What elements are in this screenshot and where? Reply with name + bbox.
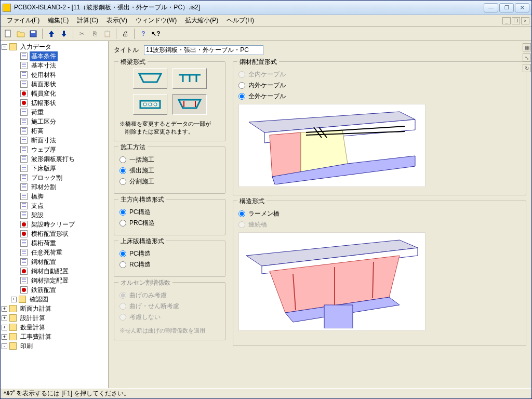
tree-item[interactable]: 横桁配置形状 [2, 229, 107, 238]
steel-radio[interactable] [238, 82, 245, 89]
disabled-icon [20, 286, 28, 294]
shape-tee-button[interactable] [172, 68, 207, 89]
toolbar: ✂ ⎘ 📋 🖨 ? ↖? [1, 26, 531, 41]
tree-item[interactable]: 部材分割 [2, 182, 107, 192]
menu-help[interactable]: ヘルプ(H) [222, 15, 258, 26]
tree-folder[interactable]: +工事費計算 [2, 332, 107, 341]
refresh-button[interactable]: ↻ [523, 64, 531, 72]
expand-icon[interactable]: + [2, 325, 7, 330]
mdi-restore-button[interactable]: ❐ [512, 17, 520, 24]
tree-item-label: 鋼材自動配置 [30, 267, 70, 276]
minimize-button[interactable]: — [484, 3, 498, 12]
tree-item[interactable]: 基本寸法 [2, 61, 107, 70]
mdi-minimize-button[interactable]: _ [502, 17, 511, 24]
save-button[interactable] [28, 28, 39, 39]
title-input[interactable] [144, 45, 263, 55]
maximize-button[interactable]: ❐ [499, 3, 514, 12]
menu-window[interactable]: ウィンドウ(W) [131, 15, 181, 26]
shape-box-button[interactable] [133, 68, 167, 89]
construction-radio[interactable] [119, 178, 126, 185]
mdi-close-button[interactable]: × [521, 17, 529, 24]
folder-icon [9, 333, 17, 340]
expand-icon[interactable]: + [2, 306, 7, 312]
tree-item[interactable]: 橋脚 [2, 192, 107, 201]
cut-button[interactable]: ✂ [76, 28, 88, 39]
tree-folder[interactable]: +断面力計算 [2, 304, 107, 313]
grid-snap-button[interactable]: ▦ [523, 43, 531, 51]
tree-item-label: 施工区分 [30, 117, 58, 127]
menu-calc[interactable]: 計算(C) [73, 15, 102, 26]
tree-item[interactable]: 架設 [2, 210, 107, 220]
expand-icon[interactable]: + [11, 297, 17, 302]
mainstruct-radio[interactable] [119, 209, 126, 216]
tree-item[interactable]: 鋼材自動配置 [2, 267, 107, 276]
construction-radio[interactable] [119, 156, 126, 163]
up-arrow-button[interactable] [46, 28, 57, 39]
tree-item[interactable]: 支点 [2, 201, 107, 210]
menu-zoom[interactable]: 拡大縮小(P) [181, 15, 222, 26]
tree-item-label: 橋面形状 [30, 79, 58, 89]
open-button[interactable] [15, 28, 26, 39]
tree-item[interactable]: 橋面形状 [2, 79, 107, 89]
construction-radio[interactable] [119, 167, 126, 174]
paste-button[interactable]: 📋 [101, 28, 113, 39]
tree-folder-label: 数量計算 [19, 323, 47, 332]
tree-item[interactable]: 拡幅形状 [2, 98, 107, 108]
print-button[interactable]: 🖨 [119, 28, 131, 39]
tree-item[interactable]: 任意死荷重 [2, 248, 107, 257]
tree-folder[interactable]: -印刷 [2, 341, 107, 351]
steel-label: 全外ケーブル [248, 92, 286, 101]
tree-root[interactable]: − 入力データ [2, 42, 107, 51]
tree-item[interactable]: 桁高 [2, 126, 107, 136]
shape-corrugated-button[interactable] [172, 94, 207, 115]
tree-item-label: 横桁配置形状 [30, 229, 70, 239]
expand-icon[interactable]: - [2, 343, 7, 349]
steel-radio[interactable] [238, 93, 245, 100]
right-toolbar: ▦ ⤡ ↻ [522, 41, 531, 72]
tree-item[interactable]: 幅員変化 [2, 89, 107, 98]
expand-button[interactable]: ⤡ [523, 54, 531, 62]
tree-panel[interactable]: − 入力データ 基本条件基本寸法使用材料橋面形状幅員変化拡幅形状荷重施工区分桁高… [1, 41, 109, 388]
svg-marker-11 [270, 132, 301, 177]
copy-button[interactable]: ⎘ [89, 28, 100, 39]
menubar: ファイル(F) 編集(E) 計算(C) 表示(V) ウィンドウ(W) 拡大縮小(… [1, 15, 531, 26]
menu-view[interactable]: 表示(V) [102, 15, 131, 26]
expand-icon[interactable]: + [2, 315, 7, 321]
form-panel: タイトル 橋梁形式 ※橋種を変更するとデータの一部が 削除または変更されます。 [109, 41, 531, 388]
down-arrow-button[interactable] [58, 28, 70, 39]
tree-item[interactable]: 鉄筋配置 [2, 285, 107, 295]
bridge-type-note: ※橋種を変更するとデータの一部が 削除または変更されます。 [119, 120, 220, 136]
upperstruct-radio[interactable] [119, 261, 126, 268]
tree-item[interactable]: 荷重 [2, 108, 107, 117]
tree-item[interactable]: ブロック割 [2, 173, 107, 182]
tree-item[interactable]: ウェブ厚 [2, 145, 107, 154]
tree-item[interactable]: 鋼材指定配置 [2, 276, 107, 285]
tree-item[interactable]: 架設時クリープ [2, 220, 107, 229]
expand-icon[interactable]: + [2, 334, 7, 340]
tree-item[interactable]: 下床版厚 [2, 164, 107, 173]
expand-icon[interactable]: − [2, 44, 7, 50]
new-button[interactable] [3, 28, 14, 39]
close-button[interactable]: ✕ [515, 3, 529, 12]
tree-item[interactable]: 波形鋼板裏打ち [2, 154, 107, 164]
tree-item-label: 拡幅形状 [30, 98, 58, 108]
tree-item[interactable]: 施工区分 [2, 117, 107, 126]
menu-file[interactable]: ファイル(F) [3, 15, 44, 26]
tree-item[interactable]: 断面寸法 [2, 136, 107, 145]
upperstruct-radio[interactable] [119, 250, 126, 257]
tree-folder[interactable]: +数量計算 [2, 323, 107, 332]
shape-multi-button[interactable] [133, 94, 167, 115]
context-help-button[interactable]: ↖? [150, 28, 162, 39]
help-button[interactable]: ? [138, 28, 149, 39]
tree-item[interactable]: 基本条件 [2, 51, 107, 61]
construction-label: 一括施工 [129, 155, 154, 164]
mainstruct-radio[interactable] [119, 220, 126, 227]
folder-icon [9, 314, 17, 322]
tree-item[interactable]: 鋼材配置 [2, 257, 107, 267]
tree-folder[interactable]: +確認図 [2, 295, 107, 304]
tree-item[interactable]: 横桁荷重 [2, 238, 107, 248]
tree-item[interactable]: 使用材料 [2, 70, 107, 79]
menu-edit[interactable]: 編集(E) [44, 15, 73, 26]
structtype-radio[interactable] [238, 210, 245, 217]
tree-folder[interactable]: +設計計算 [2, 313, 107, 323]
